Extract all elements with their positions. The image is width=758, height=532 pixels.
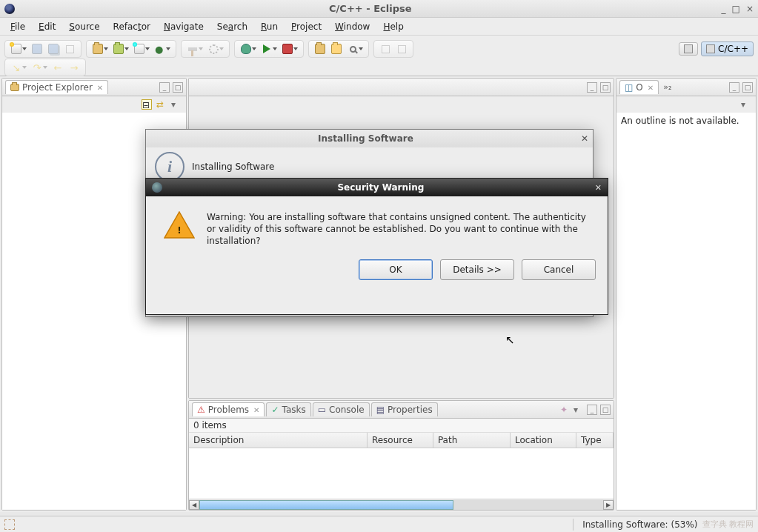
tab-problems[interactable]: ⚠Problems✕ (192, 402, 265, 416)
tab-tasks[interactable]: ✓Tasks (266, 402, 310, 416)
link-editor-icon[interactable]: ⇄ (156, 99, 167, 110)
minimize-view-button[interactable]: _ (159, 82, 170, 93)
scroll-track[interactable] (199, 500, 603, 510)
close-icon[interactable]: ✕ (646, 84, 654, 92)
print-button (61, 41, 78, 56)
console-icon: ▭ (318, 405, 326, 415)
cancel-button[interactable]: Cancel (522, 259, 596, 280)
window-titlebar: C/C++ - Eclipse _ □ × (0, 0, 758, 18)
new-class-button[interactable]: ● (152, 41, 168, 56)
scroll-thumb[interactable] (199, 500, 453, 510)
window-close-button[interactable]: × (746, 4, 754, 14)
security-dialog-message: Warning: You are installing software tha… (207, 211, 590, 247)
tab-properties[interactable]: ▤Properties (371, 402, 438, 416)
external-tools-button[interactable] (279, 41, 296, 56)
problems-filter-icon[interactable]: ✦ (560, 405, 571, 415)
maximize-editor-button[interactable]: □ (600, 82, 611, 93)
minimize-problems-button[interactable]: _ (587, 405, 597, 415)
problems-table-body[interactable] (189, 448, 614, 499)
maximize-view-button[interactable]: □ (173, 82, 183, 93)
open-task-button[interactable] (328, 41, 345, 56)
minimize-editor-button[interactable]: _ (587, 82, 597, 93)
tab-tasks-label: Tasks (282, 405, 306, 415)
menu-refactor[interactable]: Refactor (107, 20, 156, 33)
ok-button[interactable]: OK (359, 259, 433, 280)
tab-project-explorer[interactable]: Project Explorer ✕ (5, 80, 108, 94)
toggle-block-button (393, 41, 410, 56)
tab-console[interactable]: ▭Console (313, 402, 370, 416)
eclipse-logo-icon (152, 182, 162, 193)
menubar: File Edit Source Refactor Navigate Searc… (0, 18, 758, 36)
tab-console-label: Console (329, 405, 365, 415)
problems-menu-icon[interactable]: ▾ (574, 405, 584, 415)
save-button (29, 41, 45, 56)
status-left-icon[interactable] (4, 519, 15, 530)
window-maximize-button[interactable]: □ (732, 4, 740, 14)
scroll-left-button[interactable]: ◀ (189, 500, 199, 510)
tab-properties-label: Properties (388, 405, 433, 415)
new-button[interactable] (8, 41, 24, 56)
close-icon[interactable]: ✕ (96, 84, 103, 92)
status-progress-text: Installing Software: (53%) (582, 519, 697, 530)
security-dialog-close-button[interactable]: ✕ (595, 183, 602, 193)
outline-menu-icon[interactable]: ▾ (741, 99, 751, 110)
outline-view: ◫O✕ »₂ _ □ ▾ An outline is not available… (616, 78, 757, 511)
open-perspective-button[interactable] (679, 42, 698, 56)
menu-source[interactable]: Source (63, 20, 105, 33)
security-warning-dialog: Security Warning ✕ ! Warning: You are in… (145, 178, 608, 315)
build-button (184, 41, 201, 56)
debug-button[interactable] (238, 41, 254, 56)
step-into-button: ↘ (8, 60, 24, 75)
col-resource[interactable]: Resource (368, 433, 433, 448)
outline-overflow-label[interactable]: »₂ (660, 82, 674, 92)
tab-problems-label: Problems (208, 405, 249, 415)
col-location[interactable]: Location (511, 433, 576, 448)
perspective-cpp-button[interactable]: C/C++ (701, 41, 754, 56)
minimize-outline-button[interactable]: _ (729, 82, 739, 93)
scroll-right-button[interactable]: ▶ (603, 500, 614, 510)
details-button[interactable]: Details >> (440, 259, 514, 280)
properties-icon: ▤ (376, 405, 385, 415)
run-button[interactable] (259, 41, 275, 56)
problems-hscrollbar[interactable]: ◀ ▶ (189, 499, 614, 510)
menu-window[interactable]: Window (329, 20, 376, 33)
svg-text:!: ! (177, 225, 181, 236)
installing-dialog-heading: Installing Software (192, 162, 274, 172)
menu-file[interactable]: File (4, 20, 31, 33)
outline-message: An outline is not available. (616, 113, 756, 129)
window-minimize-button[interactable]: _ (722, 4, 726, 14)
col-description[interactable]: Description (189, 433, 368, 448)
info-icon: i (155, 152, 184, 182)
view-menu-icon[interactable]: ▾ (171, 99, 182, 110)
toggle-mark-button (377, 41, 393, 56)
menu-project[interactable]: Project (285, 20, 328, 33)
maximize-problems-button[interactable]: □ (600, 405, 611, 415)
problems-table-header: Description Resource Path Location Type (189, 433, 614, 448)
watermark-text: 查字典 教程网 (702, 519, 754, 530)
col-type[interactable]: Type (576, 433, 614, 448)
col-path[interactable]: Path (433, 433, 511, 448)
eclipse-logo-icon (4, 4, 15, 14)
close-icon[interactable]: ✕ (252, 406, 259, 414)
security-dialog-title: Security Warning (167, 182, 595, 193)
build-config-button (205, 41, 222, 56)
new-file-button[interactable] (131, 41, 147, 56)
installing-dialog-title: Installing Software (150, 133, 581, 144)
tasks-icon: ✓ (271, 405, 279, 415)
search-button[interactable] (345, 41, 361, 56)
installing-dialog-close-button[interactable]: ✕ (581, 133, 588, 144)
new-cproject-button[interactable] (90, 41, 106, 56)
menu-help[interactable]: Help (377, 20, 409, 33)
new-folder-button[interactable] (110, 41, 127, 56)
collapse-all-icon[interactable]: ⊟ (142, 99, 152, 110)
project-explorer-tab-label: Project Explorer (22, 82, 93, 93)
step-over-button: ↷ (29, 60, 45, 75)
menu-navigate[interactable]: Navigate (158, 20, 210, 33)
menu-search[interactable]: Search (211, 20, 253, 33)
menu-run[interactable]: Run (255, 20, 284, 33)
maximize-outline-button[interactable]: □ (742, 82, 753, 93)
tab-outline[interactable]: ◫O✕ (619, 80, 659, 94)
menu-edit[interactable]: Edit (33, 20, 61, 33)
open-project-button[interactable] (312, 41, 328, 56)
window-title: C/C++ - Eclipse (19, 3, 722, 14)
